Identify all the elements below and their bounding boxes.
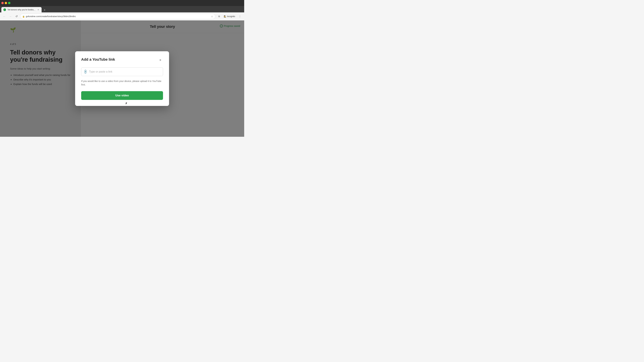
tab-favicon (3, 8, 6, 11)
active-tab[interactable]: Tell donors why you're fundrais... × (1, 7, 42, 12)
back-nav-btn[interactable]: ← (2, 14, 7, 19)
tab-close-btn[interactable]: × (37, 8, 40, 11)
youtube-link-modal: Add a YouTube link × 🔗 If you would like… (75, 51, 169, 106)
page-content: 🌱 4 of 5 Tell donors why you're fundrais… (0, 20, 244, 137)
tab-bar: Tell donors why you're fundrais... × + (0, 6, 244, 12)
address-bar: ← → ↺ 🔒 gofundme.com/create/fundraiser/s… (0, 12, 244, 20)
browser-chrome: × – + Tell donors why you're fundrais...… (0, 0, 244, 20)
url-text: gofundme.com/create/fundraiser/story/38d… (26, 15, 210, 17)
new-tab-button[interactable]: + (42, 8, 47, 12)
modal-close-btn[interactable]: × (158, 57, 163, 63)
window-controls: × – + (1, 2, 10, 4)
reload-btn[interactable]: ↺ (14, 14, 19, 19)
helper-note: If you would like to use a video from yo… (81, 79, 163, 86)
bookmark-icon[interactable]: ☆ (211, 15, 213, 18)
incognito-label: Incognito (227, 15, 235, 17)
lock-icon: 🔒 (22, 15, 25, 17)
forward-nav-btn[interactable]: → (8, 14, 13, 19)
use-video-button[interactable]: Use video (81, 91, 163, 100)
modal-title: Add a YouTube link (81, 57, 115, 62)
url-bar[interactable]: 🔒 gofundme.com/create/fundraiser/story/3… (20, 14, 215, 19)
back-nav-icon: ← (3, 15, 6, 18)
link-input-wrapper[interactable]: 🔗 (81, 67, 163, 76)
modal-header: Add a YouTube link × (81, 57, 163, 63)
title-bar: × – + (0, 0, 244, 6)
incognito-badge[interactable]: 🕵️ Incognito (222, 14, 236, 18)
menu-btn[interactable]: ⋮ (238, 14, 242, 19)
address-actions: ⧉ 🕵️ Incognito ⋮ (217, 14, 242, 19)
link-input[interactable] (89, 70, 160, 73)
layout-btn[interactable]: ⧉ (217, 14, 221, 19)
minimize-window-btn[interactable]: – (5, 2, 7, 4)
tab-title: Tell donors why you're fundrais... (8, 8, 36, 11)
reload-icon: ↺ (16, 15, 18, 18)
incognito-icon: 🕵️ (224, 15, 226, 17)
maximize-window-btn[interactable]: + (8, 2, 10, 4)
link-icon: 🔗 (83, 69, 88, 74)
forward-nav-icon: → (9, 15, 12, 18)
close-window-btn[interactable]: × (1, 2, 4, 4)
